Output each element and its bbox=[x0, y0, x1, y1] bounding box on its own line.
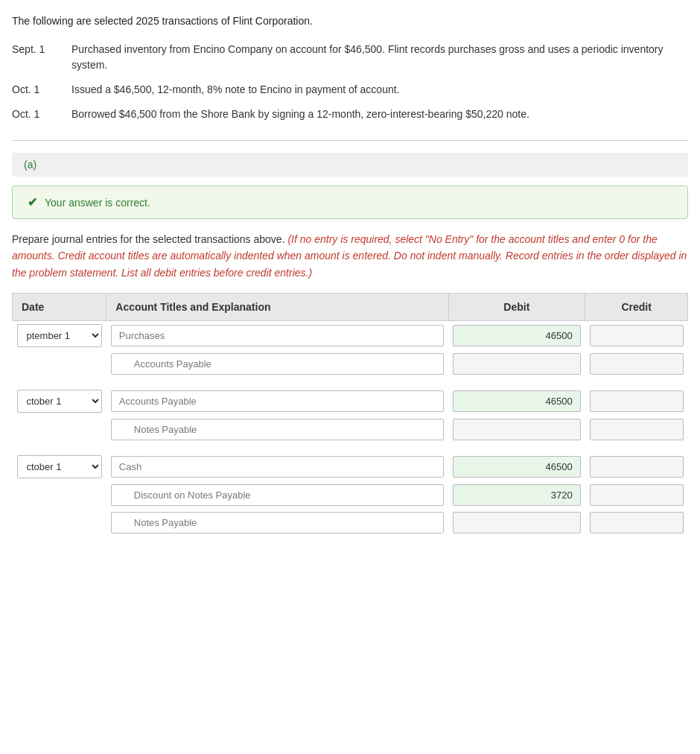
account-input-purchases[interactable] bbox=[111, 325, 444, 346]
debit-cell-ap1[interactable] bbox=[448, 350, 585, 378]
instructions-prefix: Prepare journal entries for the selected… bbox=[12, 233, 285, 245]
journal-table: Date Account Titles and Explanation Debi… bbox=[12, 293, 688, 536]
table-row bbox=[13, 481, 688, 509]
credit-cell-ap2[interactable] bbox=[585, 387, 688, 416]
date-cell-group2[interactable]: ctober 1 bbox=[13, 387, 106, 416]
spacer-2 bbox=[13, 443, 688, 452]
debit-cell-cash[interactable] bbox=[448, 452, 585, 481]
table-row: ptember 1 bbox=[13, 321, 688, 351]
date-empty-1 bbox=[13, 350, 106, 378]
credit-input-cash[interactable] bbox=[590, 456, 684, 478]
account-input-ap2[interactable] bbox=[111, 390, 444, 412]
credit-input-ap1[interactable] bbox=[590, 353, 684, 375]
header-date: Date bbox=[13, 294, 106, 321]
credit-cell-np2[interactable] bbox=[585, 509, 688, 536]
transaction-2: Oct. 1 Issued a $46,500, 12-month, 8% no… bbox=[12, 82, 688, 98]
transactions-list: Sept. 1 Purchased inventory from Encino … bbox=[12, 42, 688, 122]
account-cell-np2[interactable] bbox=[106, 509, 448, 536]
table-row: ctober 1 bbox=[13, 387, 688, 416]
debit-input-ap2[interactable] bbox=[453, 390, 581, 412]
table-header-row: Date Account Titles and Explanation Debi… bbox=[13, 294, 688, 321]
credit-input-ap2[interactable] bbox=[590, 390, 684, 412]
header-debit: Debit bbox=[448, 294, 585, 321]
account-input-np1[interactable] bbox=[111, 419, 444, 440]
account-input-ap1[interactable] bbox=[111, 353, 444, 375]
intro-text: The following are selected 2025 transact… bbox=[12, 15, 688, 27]
debit-cell-discount[interactable] bbox=[448, 481, 585, 509]
header-credit: Credit bbox=[585, 294, 688, 321]
date-empty-4 bbox=[13, 509, 106, 536]
account-cell-ap2[interactable] bbox=[106, 387, 448, 416]
transaction-date-3: Oct. 1 bbox=[12, 107, 71, 120]
account-cell-purchases[interactable] bbox=[106, 321, 448, 351]
table-row bbox=[13, 509, 688, 536]
account-cell-cash[interactable] bbox=[106, 452, 448, 481]
correct-banner: ✔ Your answer is correct. bbox=[12, 186, 688, 219]
debit-input-purchases[interactable] bbox=[453, 325, 581, 346]
date-cell-group3[interactable]: ctober 1 bbox=[13, 452, 106, 481]
credit-input-np2[interactable] bbox=[590, 512, 684, 533]
account-cell-np1[interactable] bbox=[106, 416, 448, 443]
header-account: Account Titles and Explanation bbox=[106, 294, 448, 321]
credit-cell-discount[interactable] bbox=[585, 481, 688, 509]
transaction-desc-1: Purchased inventory from Encino Company … bbox=[71, 42, 688, 73]
credit-input-discount[interactable] bbox=[590, 484, 684, 506]
transaction-1: Sept. 1 Purchased inventory from Encino … bbox=[12, 42, 688, 73]
debit-input-discount[interactable] bbox=[453, 484, 581, 506]
debit-cell-np1[interactable] bbox=[448, 416, 585, 443]
debit-cell-purchases[interactable] bbox=[448, 321, 585, 351]
transaction-desc-3: Borrowed $46,500 from the Shore Bank by … bbox=[71, 107, 688, 122]
transaction-desc-2: Issued a $46,500, 12-month, 8% note to E… bbox=[71, 82, 688, 98]
spacer-1 bbox=[13, 378, 688, 387]
credit-cell-purchases[interactable] bbox=[585, 321, 688, 351]
credit-cell-ap1[interactable] bbox=[585, 350, 688, 378]
date-select-group1[interactable]: ptember 1 bbox=[17, 324, 102, 347]
credit-input-np1[interactable] bbox=[590, 419, 684, 440]
transaction-date-1: Sept. 1 bbox=[12, 42, 71, 55]
credit-cell-cash[interactable] bbox=[585, 452, 688, 481]
table-row bbox=[13, 350, 688, 378]
date-cell-group1[interactable]: ptember 1 bbox=[13, 321, 106, 351]
credit-input-purchases[interactable] bbox=[590, 325, 684, 346]
account-input-np2[interactable] bbox=[111, 512, 444, 533]
date-select-group2[interactable]: ctober 1 bbox=[17, 390, 102, 413]
correct-banner-text: Your answer is correct. bbox=[45, 197, 150, 209]
debit-cell-np2[interactable] bbox=[448, 509, 585, 536]
date-empty-3 bbox=[13, 481, 106, 509]
date-select-group3[interactable]: ctober 1 bbox=[17, 455, 102, 478]
account-cell-discount[interactable] bbox=[106, 481, 448, 509]
debit-input-cash[interactable] bbox=[453, 456, 581, 478]
account-input-cash[interactable] bbox=[111, 456, 444, 478]
debit-cell-ap2[interactable] bbox=[448, 387, 585, 416]
account-cell-ap1[interactable] bbox=[106, 350, 448, 378]
table-row bbox=[13, 416, 688, 443]
debit-input-np1[interactable] bbox=[453, 419, 581, 440]
transaction-date-2: Oct. 1 bbox=[12, 82, 71, 95]
section-label: (a) bbox=[12, 153, 688, 177]
table-row: ctober 1 bbox=[13, 452, 688, 481]
section-divider bbox=[12, 140, 688, 141]
debit-input-ap1[interactable] bbox=[453, 353, 581, 375]
instructions: Prepare journal entries for the selected… bbox=[12, 231, 688, 281]
date-empty-2 bbox=[13, 416, 106, 443]
credit-cell-np1[interactable] bbox=[585, 416, 688, 443]
account-input-discount[interactable] bbox=[111, 484, 444, 506]
debit-input-np2[interactable] bbox=[453, 512, 581, 533]
transaction-3: Oct. 1 Borrowed $46,500 from the Shore B… bbox=[12, 107, 688, 122]
check-icon: ✔ bbox=[28, 195, 37, 209]
